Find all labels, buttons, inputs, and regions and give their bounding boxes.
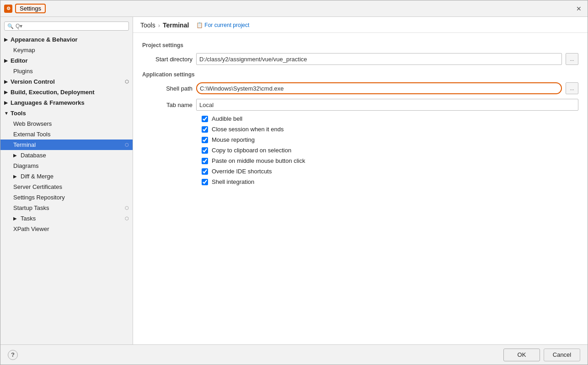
title-bar-left: ⚙ Settings bbox=[4, 4, 46, 13]
sidebar-item-tasks[interactable]: ▶ Tasks ⬡ bbox=[0, 213, 133, 224]
title-bar: ⚙ Settings ✕ bbox=[0, 0, 588, 17]
sidebar-item-label: Database bbox=[21, 152, 46, 159]
sidebar-item-editor[interactable]: ▶ Editor bbox=[0, 55, 133, 66]
mouse-reporting-checkbox[interactable] bbox=[202, 137, 208, 143]
sidebar-item-label: Appearance & Behavior bbox=[11, 36, 78, 43]
sidebar-item-label: Plugins bbox=[13, 68, 33, 75]
sidebar-item-label: Web Browsers bbox=[13, 120, 52, 127]
shell-path-browse-button[interactable]: ... bbox=[566, 82, 578, 94]
ok-button[interactable]: OK bbox=[503, 349, 540, 361]
start-directory-label: Start directory bbox=[142, 56, 192, 63]
copy-clipboard-checkbox[interactable] bbox=[202, 147, 208, 154]
sidebar-item-label: External Tools bbox=[13, 131, 50, 138]
sidebar-item-version-control[interactable]: ▶ Version Control ⬡ bbox=[0, 76, 133, 87]
sidebar-item-label: Keymap bbox=[13, 47, 35, 54]
tab-name-input[interactable] bbox=[196, 99, 578, 111]
sidebar-item-tools[interactable]: ▼ Tools bbox=[0, 108, 133, 118]
checkbox-row-paste-middle: Paste on middle mouse button click bbox=[142, 157, 578, 164]
bottom-left: ? bbox=[8, 350, 18, 360]
sidebar-item-label: Version Control bbox=[11, 78, 55, 85]
close-session-checkbox[interactable] bbox=[202, 126, 208, 133]
sidebar-item-diff-merge[interactable]: ▶ Diff & Merge bbox=[0, 171, 133, 182]
paste-middle-checkbox[interactable] bbox=[202, 158, 208, 164]
breadcrumb-current: Terminal bbox=[163, 21, 189, 29]
sidebar-item-label: Diff & Merge bbox=[21, 173, 53, 180]
startup-badge: ⬡ bbox=[125, 205, 129, 210]
audible-bell-checkbox[interactable] bbox=[202, 116, 208, 122]
sidebar-item-keymap[interactable]: Keymap bbox=[0, 45, 133, 55]
sidebar-item-label: Languages & Frameworks bbox=[11, 99, 85, 106]
shell-integration-label[interactable]: Shell integration bbox=[212, 178, 254, 185]
expand-arrow: ▶ bbox=[4, 79, 10, 84]
override-ide-checkbox[interactable] bbox=[202, 168, 208, 175]
main-header: Tools › Terminal 📋 For current project bbox=[133, 17, 588, 33]
sidebar-item-label: Tools bbox=[11, 110, 26, 117]
shell-path-label: Shell path bbox=[142, 85, 192, 92]
sidebar-item-label: Terminal bbox=[13, 141, 36, 148]
audible-bell-label[interactable]: Audible bell bbox=[212, 115, 242, 122]
sidebar-item-label: Server Certificates bbox=[13, 183, 62, 190]
sidebar-item-label: Tasks bbox=[21, 215, 36, 222]
expand-arrow: ▶ bbox=[13, 153, 19, 158]
sidebar-item-database[interactable]: ▶ Database bbox=[0, 150, 133, 161]
override-ide-label[interactable]: Override IDE shortcuts bbox=[212, 168, 272, 175]
start-directory-browse-button[interactable]: ... bbox=[566, 53, 578, 65]
breadcrumb-separator: › bbox=[158, 22, 160, 29]
expand-arrow: ▼ bbox=[4, 111, 10, 116]
checkbox-row-close-session: Close session when it ends bbox=[142, 126, 578, 133]
bottom-right: OK Cancel bbox=[503, 349, 580, 361]
sidebar-item-appearance[interactable]: ▶ Appearance & Behavior bbox=[0, 34, 133, 45]
sidebar-item-external-tools[interactable]: External Tools bbox=[0, 129, 133, 140]
sidebar: 🔍 ▶ Appearance & Behavior Keymap ▶ Edito… bbox=[0, 17, 133, 344]
paste-middle-label[interactable]: Paste on middle mouse button click bbox=[212, 157, 305, 164]
close-session-label[interactable]: Close session when it ends bbox=[212, 126, 284, 133]
search-icon: 🔍 bbox=[7, 23, 14, 29]
start-directory-row: Start directory ... bbox=[142, 53, 578, 65]
sidebar-item-settings-repo[interactable]: Settings Repository bbox=[0, 192, 133, 203]
bottom-bar: ? OK Cancel bbox=[0, 344, 588, 365]
window-title: Settings bbox=[15, 4, 46, 13]
sidebar-item-label: XPath Viewer bbox=[13, 225, 49, 232]
sidebar-item-plugins[interactable]: Plugins bbox=[0, 66, 133, 76]
start-directory-input[interactable] bbox=[196, 53, 562, 65]
close-button[interactable]: ✕ bbox=[574, 4, 584, 14]
shell-path-row: Shell path ... bbox=[142, 82, 578, 94]
sidebar-item-build[interactable]: ▶ Build, Execution, Deployment bbox=[0, 87, 133, 97]
breadcrumb-parent: Tools bbox=[140, 21, 155, 29]
sidebar-item-web-browsers[interactable]: Web Browsers bbox=[0, 118, 133, 129]
checkbox-row-mouse-reporting: Mouse reporting bbox=[142, 136, 578, 143]
sidebar-item-languages[interactable]: ▶ Languages & Frameworks bbox=[0, 97, 133, 108]
help-button[interactable]: ? bbox=[8, 350, 18, 360]
application-settings-section: Application settings Shell path ... Tab … bbox=[142, 71, 578, 185]
mouse-reporting-label[interactable]: Mouse reporting bbox=[212, 136, 255, 143]
sidebar-item-xpath-viewer[interactable]: XPath Viewer bbox=[0, 224, 133, 234]
expand-arrow: ▶ bbox=[4, 100, 10, 105]
sidebar-item-diagrams[interactable]: Diagrams bbox=[0, 161, 133, 171]
sidebar-item-label: Editor bbox=[11, 57, 28, 64]
sidebar-item-terminal[interactable]: Terminal ⬡ bbox=[0, 140, 133, 150]
sidebar-item-label: Diagrams bbox=[13, 162, 39, 169]
shell-path-input[interactable] bbox=[196, 82, 562, 94]
expand-arrow: ▶ bbox=[4, 37, 10, 42]
sidebar-item-server-certs[interactable]: Server Certificates bbox=[0, 182, 133, 192]
cancel-button[interactable]: Cancel bbox=[544, 349, 580, 361]
checkbox-row-override-ide: Override IDE shortcuts bbox=[142, 168, 578, 175]
shell-integration-checkbox[interactable] bbox=[202, 179, 208, 185]
search-box[interactable]: 🔍 bbox=[4, 21, 129, 31]
project-settings-title: Project settings bbox=[142, 42, 578, 48]
copy-clipboard-label[interactable]: Copy to clipboard on selection bbox=[212, 147, 291, 154]
settings-body: Project settings Start directory ... App… bbox=[133, 33, 588, 344]
for-current-project-link[interactable]: 📋 For current project bbox=[196, 22, 249, 28]
search-input[interactable] bbox=[16, 23, 126, 29]
version-control-badge: ⬡ bbox=[125, 79, 129, 84]
settings-dialog: ⚙ Settings ✕ 🔍 ▶ Appearance & Behavior K… bbox=[0, 0, 588, 365]
sidebar-item-startup-tasks[interactable]: Startup Tasks ⬡ bbox=[0, 203, 133, 213]
expand-arrow: ▶ bbox=[13, 216, 19, 221]
checkbox-row-audible-bell: Audible bell bbox=[142, 115, 578, 122]
tab-name-row: Tab name bbox=[142, 99, 578, 111]
sidebar-item-label: Build, Execution, Deployment bbox=[11, 89, 94, 96]
checkbox-row-shell-integration: Shell integration bbox=[142, 178, 578, 185]
checkbox-row-copy-clipboard: Copy to clipboard on selection bbox=[142, 147, 578, 154]
application-settings-title: Application settings bbox=[142, 71, 578, 78]
sidebar-item-label: Settings Repository bbox=[13, 194, 65, 201]
